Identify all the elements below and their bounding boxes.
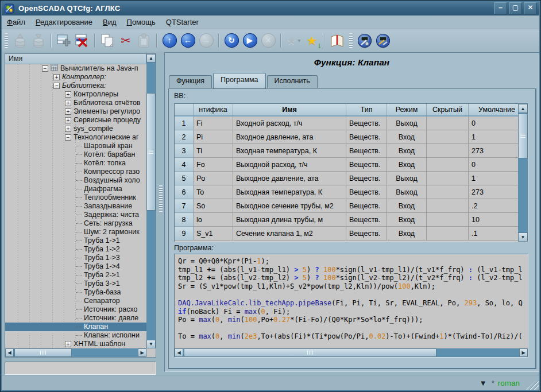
menu-item-2[interactable]: Вид xyxy=(98,17,122,28)
tree-item-27[interactable]: Сепаратор xyxy=(5,297,146,305)
tray-arrow-icon[interactable]: ▼ xyxy=(480,379,487,387)
row-number[interactable]: 3 xyxy=(175,144,194,158)
cut-item-button[interactable]: ✂ xyxy=(117,32,134,49)
io-cell[interactable]: Веществ. xyxy=(346,130,387,144)
io-cell[interactable]: 1 xyxy=(469,130,525,144)
io-cell[interactable]: Веществ. xyxy=(346,213,387,227)
tree-item-2[interactable]: −Библиотека: xyxy=(5,81,146,90)
io-cell[interactable]: .1 xyxy=(469,227,525,240)
io-cell[interactable]: Ti xyxy=(194,144,233,158)
column-header-2[interactable]: Имя xyxy=(233,104,346,116)
copy-item-button[interactable] xyxy=(99,32,116,49)
toolbar-drag-handle[interactable] xyxy=(349,33,353,48)
scroll-left-arrow[interactable]: ◀ xyxy=(5,348,14,357)
io-cell[interactable]: Вход xyxy=(387,144,427,158)
io-cell[interactable]: Выход xyxy=(387,172,427,185)
tree-item-32[interactable]: +XHTML шаблон xyxy=(5,340,146,348)
tab-execute[interactable]: Исполнить xyxy=(267,75,318,88)
scroll-up-arrow[interactable]: ▲ xyxy=(518,104,528,113)
column-header-5[interactable]: Скрытый xyxy=(427,104,469,116)
row-number[interactable]: 5 xyxy=(175,172,194,185)
refresh-button[interactable]: ↻ xyxy=(223,32,240,49)
io-cell[interactable]: S_v1 xyxy=(194,227,233,240)
io-cell[interactable]: Вход xyxy=(387,213,427,227)
tree-item-1[interactable]: +Контроллер: xyxy=(5,73,146,81)
io-cell[interactable]: Веществ. xyxy=(346,116,387,130)
io-cell[interactable]: Вход xyxy=(387,158,427,172)
tree-filter-input[interactable] xyxy=(5,362,156,375)
io-cell[interactable]: Вход xyxy=(387,130,427,144)
expand-icon[interactable]: + xyxy=(65,91,71,98)
io-cell[interactable]: Выход xyxy=(387,185,427,199)
io-cell[interactable] xyxy=(427,227,469,240)
tree-item-7[interactable]: +sys_compile xyxy=(5,125,146,133)
tree-item-19[interactable]: Шум: 2 гармоник xyxy=(5,228,146,236)
toolbar-drag-handle[interactable] xyxy=(5,33,8,48)
io-cell[interactable]: 0 xyxy=(469,158,525,172)
row-number[interactable]: 8 xyxy=(175,213,194,227)
title-bar[interactable]: OpenSCADA QTCfg: АГЛКС –▢✕ xyxy=(2,1,539,15)
io-cell[interactable]: Po xyxy=(194,172,233,185)
io-cell[interactable]: Выход xyxy=(387,116,427,130)
tree-item-16[interactable]: Запаздывание xyxy=(5,202,146,211)
tree-item-18[interactable]: Сеть: нагрузка xyxy=(5,219,146,228)
io-cell[interactable]: Сечение клапана 1, м2 xyxy=(233,227,346,240)
tree-item-23[interactable]: Труба 1->4 xyxy=(5,262,146,271)
collapse-icon[interactable]: − xyxy=(65,134,71,141)
tree-vscroll-thumb[interactable] xyxy=(146,93,156,211)
scroll-right-arrow[interactable]: ▶ xyxy=(138,348,146,357)
tree-item-28[interactable]: Источник: расхо xyxy=(5,305,146,314)
menu-item-4[interactable]: QTStarter xyxy=(161,17,204,28)
io-cell[interactable]: Вход xyxy=(387,199,427,213)
scroll-up-arrow[interactable]: ▲ xyxy=(146,54,156,63)
io-cell[interactable]: Веществ. xyxy=(346,227,387,240)
io-table-vertical-scrollbar[interactable]: ▲ ▼ xyxy=(518,104,528,242)
io-cell[interactable]: Веществ. xyxy=(346,199,387,213)
expand-icon[interactable]: + xyxy=(65,100,71,106)
scroll-down-arrow[interactable]: ▼ xyxy=(146,340,156,348)
code-hscroll-thumb[interactable] xyxy=(184,348,436,357)
qtstarter-config-button[interactable] xyxy=(356,32,373,49)
menu-item-3[interactable]: Помощь xyxy=(122,17,161,28)
io-vscroll-thumb[interactable] xyxy=(518,114,528,158)
io-cell[interactable]: Выходное сечение трубы, м2 xyxy=(233,199,346,213)
tree-header-name[interactable]: Имя xyxy=(5,54,146,64)
io-cell[interactable]: Веществ. xyxy=(346,172,387,185)
tree-item-5[interactable]: +Элементы регулиро xyxy=(5,107,146,116)
io-cell[interactable]: lo xyxy=(194,213,233,227)
io-cell[interactable]: Веществ. xyxy=(346,185,387,199)
tree-item-24[interactable]: Труба 2->1 xyxy=(5,271,146,280)
tree-item-26[interactable]: Труба-база xyxy=(5,288,146,297)
tree-hscroll-thumb[interactable] xyxy=(14,348,72,357)
qtstarter-vision-button[interactable] xyxy=(374,32,392,49)
menu-item-1[interactable]: Редактирование xyxy=(30,17,98,28)
column-header-1[interactable]: нтифика xyxy=(194,104,233,116)
expand-icon[interactable]: + xyxy=(65,117,71,123)
column-header-4[interactable]: Режим xyxy=(387,104,427,116)
maximize-button[interactable]: ▢ xyxy=(509,2,522,14)
io-cell[interactable] xyxy=(427,199,469,213)
io-cell[interactable] xyxy=(427,172,469,185)
io-cell[interactable]: Входная температура, К xyxy=(233,144,346,158)
io-cell[interactable]: Веществ. xyxy=(346,158,387,172)
expand-icon[interactable]: + xyxy=(65,108,71,115)
expand-icon[interactable]: + xyxy=(65,126,71,132)
io-cell[interactable]: Выходная температура, К xyxy=(233,185,346,199)
io-cell[interactable]: 10 xyxy=(469,213,525,227)
splitter-grip[interactable] xyxy=(159,185,163,212)
tree-item-17[interactable]: Задержка: чиста xyxy=(5,211,146,219)
io-cell[interactable] xyxy=(427,144,469,158)
tree-item-15[interactable]: Теплообменник xyxy=(5,193,146,202)
tree-item-13[interactable]: Воздушный холо xyxy=(5,176,146,185)
tree-item-29[interactable]: Источник: давле xyxy=(5,314,146,323)
go-back-button[interactable]: ← xyxy=(179,32,196,49)
program-code-text[interactable]: Qr = Q0+Q0*Kpr*(Pi-1);tmp_l1 += (abs(l_v… xyxy=(175,254,528,348)
io-cell[interactable]: Fo xyxy=(194,158,233,172)
row-number[interactable]: 4 xyxy=(175,158,194,172)
window-resize-grip[interactable] xyxy=(526,378,539,390)
io-cell[interactable] xyxy=(427,213,469,227)
manual-button[interactable] xyxy=(329,32,346,49)
close-button[interactable]: ✕ xyxy=(524,2,537,14)
tree-item-21[interactable]: Труба 1->2 xyxy=(5,245,146,254)
row-number[interactable]: 6 xyxy=(175,185,194,199)
